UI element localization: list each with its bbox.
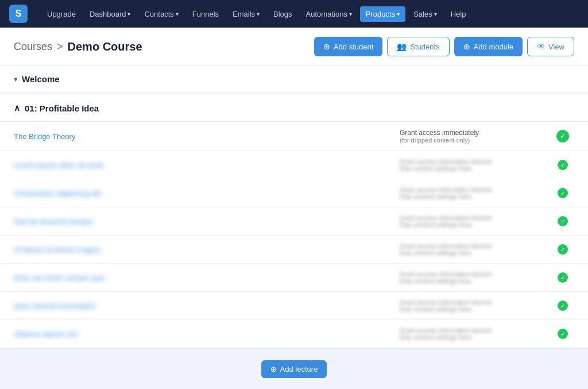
- lecture-check-col: ✓: [551, 188, 574, 198]
- module-01-header[interactable]: ∧ 01: Profitable Idea: [0, 95, 588, 122]
- lecture-row: Ut labore et dolore magna Grant access i…: [0, 236, 588, 264]
- check-icon: ✓: [558, 188, 568, 198]
- lecture-grant-col: Grant access information blurred Drip co…: [390, 327, 551, 341]
- check-icon: ✓: [558, 272, 568, 283]
- grant-info-sub: Drip content settings here: [400, 278, 542, 284]
- grant-info-sub: Drip content settings here: [400, 193, 542, 200]
- grant-info-sub: Drip content settings here: [400, 249, 542, 256]
- lecture-title-col: Ut labore et dolore magna: [14, 245, 390, 254]
- add-lecture-button[interactable]: ⊕ Add lecture: [261, 360, 327, 378]
- lecture-title[interactable]: Consectetur adipiscing elit: [14, 189, 101, 198]
- lecture-row: Lorem ipsum dolor sit amet Grant access …: [0, 151, 588, 179]
- nav-sales[interactable]: Sales ▾: [408, 6, 443, 22]
- lecture-title-col: Quis nostrud exercitation: [14, 301, 390, 310]
- plus-icon: ⊕: [323, 42, 330, 51]
- add-lecture-label: Add lecture: [280, 365, 318, 373]
- nav-upgrade[interactable]: Upgrade: [41, 6, 82, 22]
- grant-info: Grant access information blurred: [400, 158, 542, 165]
- students-button[interactable]: 👥 Students: [387, 37, 449, 56]
- page-header: Courses > Demo Course ⊕ Add student 👥 St…: [0, 28, 588, 66]
- welcome-section: ▾ Welcome: [0, 66, 588, 93]
- breadcrumb-current: Demo Course: [68, 40, 142, 53]
- header-actions: ⊕ Add student 👥 Students ⊕ Add module 👁 …: [314, 37, 574, 56]
- plus-icon-2: ⊕: [463, 42, 470, 51]
- welcome-section-header[interactable]: ▾ Welcome: [0, 66, 588, 93]
- grant-info-sub: Drip content settings here: [400, 334, 542, 341]
- lecture-check-col: ✓: [551, 216, 574, 226]
- grant-info: Grant access information blurred: [400, 242, 542, 249]
- lecture-row: Enim ad minim veniam quis Grant access i…: [0, 264, 588, 292]
- lecture-row: Sed do eiusmod tempor Grant access infor…: [0, 207, 588, 236]
- grant-info: Grant access information blurred: [400, 327, 542, 334]
- grant-access-sub: (for dripped content only): [400, 137, 542, 144]
- lecture-check-col: ✓: [551, 160, 574, 170]
- eye-icon: 👁: [537, 42, 545, 51]
- check-icon: ✓: [558, 301, 568, 311]
- breadcrumb-separator: >: [57, 41, 63, 53]
- nav-emails[interactable]: Emails ▾: [227, 6, 265, 22]
- breadcrumb-parent[interactable]: Courses: [14, 41, 52, 53]
- nav-funnels[interactable]: Funnels: [187, 6, 225, 22]
- lecture-title[interactable]: Ullamco laboris nisi: [14, 330, 78, 338]
- lecture-title-col: The Bridge Theory: [14, 132, 390, 141]
- navbar: S Upgrade Dashboard ▾ Contacts ▾ Funnels…: [0, 0, 588, 28]
- grant-access-label: Grant access immediately: [400, 129, 542, 137]
- lectures-list: The Bridge Theory Grant access immediate…: [0, 122, 588, 348]
- grant-info: Grant access information blurred: [400, 186, 542, 193]
- check-icon: ✓: [558, 329, 568, 339]
- lecture-title[interactable]: Lorem ipsum dolor sit amet: [14, 161, 104, 170]
- students-icon: 👥: [397, 42, 407, 51]
- lecture-title[interactable]: Ut labore et dolore magna: [14, 245, 100, 254]
- lecture-title-col: Lorem ipsum dolor sit amet: [14, 160, 390, 170]
- nav-dashboard[interactable]: Dashboard ▾: [84, 6, 137, 22]
- lecture-grant-col: Grant access immediately (for dripped co…: [390, 129, 551, 144]
- lecture-title[interactable]: Quis nostrud exercitation: [14, 302, 96, 310]
- grant-info-sub: Drip content settings here: [400, 221, 542, 228]
- grant-info-sub: Drip content settings here: [400, 165, 542, 172]
- lecture-check-col: ✓: [551, 329, 574, 339]
- add-student-button[interactable]: ⊕ Add student: [314, 37, 382, 56]
- lecture-row: Consectetur adipiscing elit Grant access…: [0, 179, 588, 207]
- add-lecture-bar: ⊕ Add lecture: [0, 348, 588, 389]
- lecture-grant-col: Grant access information blurred Drip co…: [390, 214, 551, 228]
- lecture-grant-col: Grant access information blurred Drip co…: [390, 242, 551, 256]
- module-01-toggle-icon: ∧: [14, 103, 20, 113]
- lecture-grant-col: Grant access information blurred Drip co…: [390, 186, 551, 200]
- grant-info: Grant access information blurred: [400, 214, 542, 221]
- nav-blogs[interactable]: Blogs: [268, 6, 298, 22]
- lecture-title-col: Enim ad minim veniam quis: [14, 273, 390, 282]
- nav-automations[interactable]: Automations ▾: [300, 6, 358, 22]
- lecture-title[interactable]: Sed do eiusmod tempor: [14, 217, 93, 226]
- lecture-grant-col: Grant access information blurred Drip co…: [390, 299, 551, 313]
- lecture-title[interactable]: The Bridge Theory: [14, 132, 75, 141]
- lecture-grant-col: Grant access information blurred Drip co…: [390, 271, 551, 284]
- nav-links: Upgrade Dashboard ▾ Contacts ▾ Funnels E…: [41, 6, 579, 22]
- lecture-check-col: ✓: [551, 244, 574, 255]
- lecture-check-col: ✓: [551, 301, 574, 311]
- welcome-label: Welcome: [22, 74, 60, 84]
- module-01-label: 01: Profitable Idea: [25, 103, 99, 113]
- plus-icon-3: ⊕: [270, 365, 277, 373]
- lecture-check-col: ✓: [551, 272, 574, 283]
- check-icon: ✓: [558, 244, 568, 255]
- welcome-toggle-icon: ▾: [14, 75, 17, 83]
- lecture-title[interactable]: Enim ad minim veniam quis: [14, 274, 105, 282]
- grant-info: Grant access information blurred: [400, 299, 542, 306]
- lecture-row: Ullamco laboris nisi Grant access inform…: [0, 320, 588, 348]
- lecture-check-col: ✓: [551, 130, 574, 142]
- lecture-row: The Bridge Theory Grant access immediate…: [0, 122, 588, 151]
- app-logo[interactable]: S: [9, 5, 28, 23]
- view-button[interactable]: 👁 View: [527, 37, 574, 56]
- module-01-section: ∧ 01: Profitable Idea The Bridge Theory …: [0, 95, 588, 389]
- lecture-title-col: Sed do eiusmod tempor: [14, 217, 390, 226]
- grant-info: Grant access information blurred: [400, 271, 542, 278]
- nav-products[interactable]: Products ▾: [360, 6, 405, 22]
- lecture-grant-col: Grant access information blurred Drip co…: [390, 158, 551, 172]
- lecture-row: Quis nostrud exercitation Grant access i…: [0, 292, 588, 320]
- add-module-button[interactable]: ⊕ Add module: [454, 37, 523, 56]
- nav-help[interactable]: Help: [445, 6, 472, 22]
- main-content: ▾ Welcome ∧ 01: Profitable Idea The Brid…: [0, 66, 588, 389]
- check-icon: ✓: [556, 130, 569, 142]
- check-icon: ✓: [558, 160, 568, 170]
- nav-contacts[interactable]: Contacts ▾: [138, 6, 184, 22]
